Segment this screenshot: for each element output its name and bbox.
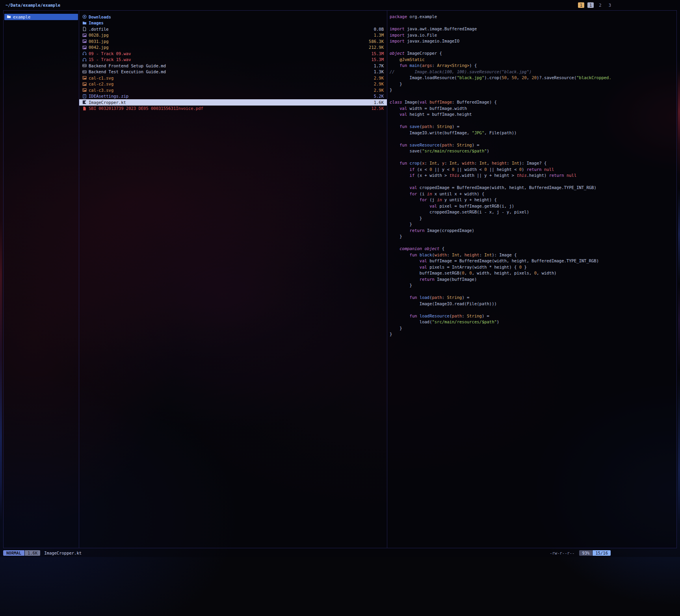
scroll-percent: 93% — [579, 550, 592, 556]
code-line — [390, 179, 674, 185]
code-line: companion object { — [390, 246, 674, 252]
code-line: val pixel = buffImage.getRGB(i, j) — [390, 203, 674, 210]
code-line: // Image.black(100, 100).saveResource("b… — [390, 69, 674, 75]
code-line: fun saveResource(path: String) = — [390, 142, 674, 148]
code-line: load("src/main/resources/$path") — [390, 319, 674, 325]
code-line: if (x + width > this.width || y + height… — [390, 173, 674, 179]
tab-bar: 1123 — [578, 0, 613, 10]
audio-icon — [82, 51, 89, 56]
code-line: } — [390, 325, 674, 332]
status-bar: NORMAL 1.6K ImageCropper.kt -rw-r--r-- 9… — [3, 549, 677, 556]
file-size: 586.3K — [365, 39, 384, 44]
breadcrumb: ~/Data/example/example — [6, 3, 60, 7]
code-line — [390, 289, 674, 295]
code-line — [390, 93, 674, 100]
file-name: 0031.jpg — [89, 39, 109, 44]
file-row[interactable]: Downloads — [79, 14, 387, 20]
file-row[interactable]: IDEAsettings.zip5.2K — [79, 93, 387, 100]
file-size: 5.2K — [370, 94, 384, 98]
file-row[interactable]: 0031.jpg586.3K — [79, 38, 387, 45]
preview-pane: package org.example import java.awt.imag… — [387, 11, 676, 548]
code-line: } — [390, 215, 674, 222]
file-name: cal-c2.svg — [89, 82, 113, 86]
file-name: 0042.jpg — [89, 45, 109, 50]
file-row[interactable]: ImageCropper.kt1.6K — [79, 99, 387, 106]
code-line: fun save(path: String) = — [390, 124, 674, 130]
code-line: buffImage.setRGB(0, 0, width, height, pi… — [390, 270, 674, 276]
kotlin-icon — [82, 100, 89, 104]
code-line: import java.io.File — [390, 32, 674, 39]
file-row[interactable]: 09 - Track 09.wav15.3M — [79, 50, 387, 57]
code-line: save("src/main/resources/$path") — [390, 148, 674, 154]
code-line: val buffImage = BufferedImage(width, hei… — [390, 258, 674, 264]
code-preview: package org.example import java.awt.imag… — [387, 14, 676, 338]
parent-dir-label: example — [13, 15, 30, 19]
file-manager: example DownloadsImages.dotfile0.0B0028.… — [3, 10, 677, 548]
tab-2[interactable]: 1 — [587, 2, 594, 8]
file-size: 212.9K — [365, 45, 384, 50]
file-permissions: -rw-r--r-- — [550, 551, 574, 555]
file-name: cal-c1.svg — [89, 76, 113, 80]
markdown-icon — [82, 70, 89, 74]
code-line — [390, 240, 674, 246]
code-line: fun crop(x: Int, y: Int, width: Int, hei… — [390, 160, 674, 167]
file-row[interactable]: cal-c2.svg2.9K — [79, 81, 387, 87]
code-line: } — [390, 331, 674, 338]
tab-3[interactable]: 2 — [597, 2, 603, 8]
file-size: 12.5K — [367, 106, 384, 111]
file-row[interactable]: Backend_Frontend_Setup_Guide.md1.7K — [79, 63, 387, 69]
code-line: Image(ImageIO.read(File(path))) — [390, 301, 674, 307]
file-row[interactable]: cal-c1.svg2.9K — [79, 75, 387, 81]
file-row[interactable]: 0028.jpg1.3M — [79, 32, 387, 39]
file-size: 2.9K — [370, 76, 384, 80]
code-line: import java.awt.image.BufferedImage — [390, 26, 674, 32]
tab-1[interactable]: 1 — [578, 2, 584, 8]
file-size: 1.7K — [370, 63, 384, 68]
file-size: 0.0B — [370, 27, 384, 32]
code-line: class Image(val buffImage: BufferedImage… — [390, 99, 674, 106]
code-line: val pixels = IntArray(width * height) { … — [390, 264, 674, 271]
file-row[interactable]: 15 - Track 15.wav15.3M — [79, 57, 387, 63]
file-row[interactable]: 0042.jpg212.9K — [79, 45, 387, 51]
code-line: fun load(path: String) = — [390, 295, 674, 301]
file-size: 15.3M — [367, 51, 384, 56]
code-line — [390, 118, 674, 124]
code-line: Image.loadResource("black.jpg").crop(50,… — [390, 75, 674, 81]
file-name: Downloads — [89, 15, 111, 19]
file-name: 0028.jpg — [89, 33, 109, 37]
file-size: 2.9K — [370, 88, 384, 93]
status-right: -rw-r--r-- 93% 15/16 — [550, 550, 677, 556]
file-row[interactable]: cal-c3.svg2.9K — [79, 87, 387, 93]
file-name: Images — [89, 20, 104, 25]
markdown-icon — [82, 63, 89, 68]
tab-4[interactable]: 3 — [607, 2, 613, 8]
file-icon — [82, 27, 89, 31]
status-filename: ImageCropper.kt — [44, 551, 82, 555]
image-icon — [82, 39, 89, 43]
file-row[interactable]: .dotfile0.0B — [79, 26, 387, 32]
code-line: package org.example — [390, 14, 674, 20]
code-line: } — [390, 221, 674, 228]
file-row[interactable]: SBI_0032013739_2023_DE05_0003155631Invoi… — [79, 106, 387, 112]
current-pane: DownloadsImages.dotfile0.0B0028.jpg1.3M0… — [79, 11, 387, 548]
file-size: 2.9K — [370, 82, 384, 86]
code-line: object ImageCropper { — [390, 50, 674, 57]
file-row[interactable]: Backend_Test_Execution_Guide.md1.3K — [79, 69, 387, 75]
parent-pane: example — [4, 11, 79, 548]
folder-icon — [7, 15, 13, 19]
file-name: 15 - Track 15.wav — [89, 57, 131, 62]
file-row[interactable]: Images — [79, 20, 387, 26]
code-line: croppedImage.setRGB(i - x, j - y, pixel) — [390, 209, 674, 215]
code-line: @JvmStatic — [390, 57, 674, 63]
code-line: return Image(croppedImage) — [390, 228, 674, 234]
code-line — [390, 154, 674, 161]
parent-pane-list: example — [4, 14, 79, 20]
file-name: ImageCropper.kt — [89, 100, 126, 105]
folder-icon — [82, 21, 89, 25]
audio-icon — [82, 58, 89, 62]
file-name: 09 - Track 09.wav — [89, 51, 131, 56]
parent-dir-row[interactable]: example — [4, 14, 78, 20]
pdf-icon — [82, 106, 89, 111]
code-line: fun black(width: Int, height: Int): Imag… — [390, 252, 674, 258]
file-size: 15.3M — [367, 57, 384, 62]
